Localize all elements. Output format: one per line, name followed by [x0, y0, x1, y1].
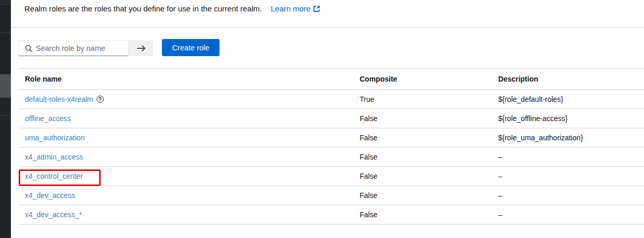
masthead-edge — [0, 0, 11, 7]
description-value: – — [498, 210, 644, 219]
role-link[interactable]: uma_authorization — [25, 134, 85, 142]
help-icon[interactable]: ? — [97, 96, 104, 103]
column-header-composite[interactable]: Composite — [360, 75, 498, 83]
column-header-description[interactable]: Description — [498, 75, 644, 83]
nav-sidebar-sliver[interactable] — [0, 0, 11, 238]
search-input[interactable] — [36, 41, 127, 56]
composite-value: False — [360, 172, 498, 180]
section-divider — [11, 27, 644, 28]
nav-selected-item[interactable] — [0, 74, 11, 98]
composite-value: False — [360, 114, 498, 123]
create-role-button[interactable]: Create role — [162, 39, 220, 56]
arrow-right-icon — [136, 45, 146, 52]
role-link[interactable]: x4_dev_access — [25, 191, 75, 200]
search-box — [19, 40, 129, 56]
table-row: x4_admin_access False – — [19, 148, 644, 167]
external-link-icon — [313, 5, 320, 12]
nav-divider — [0, 115, 11, 116]
description-value: ${role_default-roles} — [498, 95, 644, 103]
search-group — [19, 40, 153, 56]
table-row: default-roles-x4realm ? True ${role_defa… — [19, 90, 644, 109]
realm-roles-page: Realm roles are the roles that you defin… — [0, 0, 644, 238]
composite-value: False — [360, 134, 498, 142]
description-value: ${role_uma_authorization} — [498, 134, 644, 142]
column-header-role-name[interactable]: Role name — [19, 75, 360, 83]
nav-divider — [0, 32, 11, 33]
composite-value: False — [360, 210, 498, 219]
table-row: x4_dev_access_* False – — [19, 205, 644, 224]
composite-value: False — [360, 191, 498, 200]
search-submit-button[interactable] — [129, 40, 153, 56]
realm-roles-description: Realm roles are the roles that you defin… — [24, 4, 262, 14]
table-header-row: Role name Composite Description — [19, 68, 644, 90]
table-row: offline_access False ${role_offline-acce… — [19, 109, 644, 128]
role-link[interactable]: x4_dev_access_* — [25, 210, 82, 219]
role-link[interactable]: default-roles-x4realm — [25, 95, 93, 103]
role-link[interactable]: offline_access — [25, 114, 71, 123]
description-value: – — [498, 172, 644, 180]
description-value: ${role_offline-access} — [498, 114, 644, 123]
role-link[interactable]: x4_admin_access — [25, 153, 83, 161]
table-row-highlighted: x4_control_center False – — [19, 167, 644, 186]
description-value: – — [498, 191, 644, 200]
learn-more-link[interactable]: Learn more — [271, 4, 321, 14]
composite-value: True — [360, 95, 498, 103]
description-value: – — [498, 153, 644, 161]
intro-row: Realm roles are the roles that you defin… — [24, 4, 320, 14]
composite-value: False — [360, 153, 498, 161]
learn-more-label: Learn more — [271, 4, 311, 14]
table-row: x4_dev_access False – — [19, 186, 644, 205]
role-link[interactable]: x4_control_center — [25, 172, 83, 180]
search-icon — [25, 45, 33, 52]
table-row: uma_authorization False ${role_uma_autho… — [19, 128, 644, 148]
realm-roles-table: Role name Composite Description default-… — [19, 68, 644, 224]
